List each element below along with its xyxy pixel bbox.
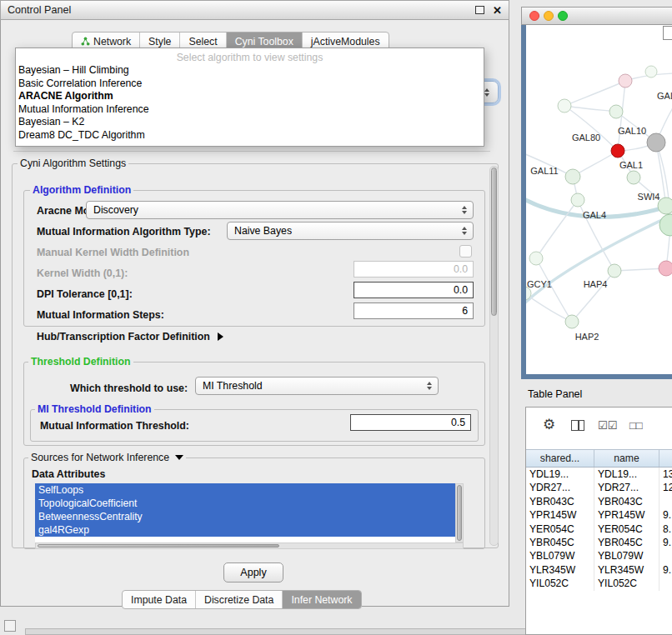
mi-type-combo[interactable]: Naive Bayes — [227, 222, 474, 240]
close-window-icon[interactable] — [529, 11, 539, 21]
table-cell[interactable]: 9. — [659, 536, 672, 549]
kernel-width-input[interactable] — [354, 261, 474, 278]
dropdown-item[interactable]: Mutual Information Inference — [16, 103, 484, 117]
tab-impute-data[interactable]: Impute Data — [123, 591, 196, 608]
which-threshold-combo[interactable]: MI Threshold — [195, 377, 439, 395]
network-node[interactable] — [659, 261, 672, 276]
network-node[interactable] — [645, 66, 657, 78]
table-cell[interactable]: YDR27... — [526, 481, 594, 494]
minimize-window-icon[interactable] — [544, 11, 554, 21]
table-row[interactable]: YBL079WYBL079W — [526, 549, 672, 562]
table-row[interactable]: YIL052CYIL052C — [526, 577, 672, 590]
settings-scrollbar-thumb[interactable] — [491, 168, 497, 316]
network-node[interactable] — [619, 74, 632, 88]
network-edge[interactable] — [564, 81, 625, 106]
network-node[interactable] — [558, 99, 571, 112]
close-panel-icon[interactable]: ✕ — [493, 5, 502, 16]
table-cell[interactable]: YDL19... — [526, 468, 594, 481]
network-node[interactable] — [611, 144, 624, 158]
network-node[interactable] — [608, 264, 621, 278]
tab-discretize-data[interactable]: Discretize Data — [196, 591, 283, 608]
collapsed-panel-icon[interactable] — [4, 620, 16, 632]
network-node[interactable] — [529, 252, 543, 265]
gear-icon[interactable]: ⚙ — [543, 418, 555, 432]
table-cell[interactable]: 9. — [659, 563, 672, 577]
mi-steps-input[interactable] — [354, 302, 474, 319]
column-header-extra[interactable] — [659, 450, 672, 467]
attribute-list-vscrollbar[interactable] — [455, 483, 464, 542]
apply-button[interactable]: Apply — [223, 562, 283, 582]
table-cell[interactable]: 8. — [659, 522, 672, 536]
network-node[interactable] — [627, 171, 640, 184]
network-node[interactable] — [609, 105, 623, 118]
table-cell[interactable] — [659, 577, 672, 590]
attribute-list-hscrollbar[interactable] — [35, 542, 464, 549]
aracne-mode-combo[interactable]: Discovery — [86, 201, 474, 219]
table-cell[interactable]: YDL19... — [594, 468, 659, 481]
network-edge[interactable] — [526, 212, 672, 308]
network-overview-toggle[interactable] — [663, 26, 672, 40]
dropdown-item[interactable]: Bayesian – K2 — [16, 116, 484, 129]
table-cell[interactable] — [659, 495, 672, 508]
table-cell[interactable] — [659, 549, 672, 562]
attribute-item-selected[interactable]: TopologicalCoefficient — [35, 497, 455, 510]
table-row[interactable]: YBR045CYBR045C9. — [526, 536, 672, 549]
table-row[interactable]: YLR345WYLR345W9. — [526, 563, 672, 577]
network-node[interactable] — [565, 315, 579, 328]
column-header-shared-name[interactable]: shared... — [526, 450, 594, 467]
attribute-list-hscroll-thumb[interactable] — [38, 544, 279, 548]
table-cell[interactable]: 13 — [659, 468, 672, 481]
tab-infer-network[interactable]: Infer Network — [283, 591, 360, 608]
table-cell[interactable]: YDR27... — [594, 481, 659, 494]
network-node[interactable] — [565, 169, 580, 184]
table-cell[interactable]: YBR043C — [526, 495, 594, 508]
network-canvas-area[interactable]: GAL80GAL10GAL11GAL1SWI4GAL4GCY1HAP4HAP2G… — [526, 25, 672, 374]
table-row[interactable]: YBR043CYBR043C — [526, 495, 672, 508]
select-all-checkboxes-icon[interactable]: ☑☑ — [598, 419, 617, 432]
deselect-all-checkboxes-icon[interactable]: □□ — [629, 419, 643, 432]
dropdown-item[interactable]: Bayesian – Hill Climbing — [16, 64, 484, 78]
attribute-item-selected[interactable]: gal4RGexp — [35, 523, 455, 537]
attribute-item-selected[interactable]: BetweennessCentrality — [35, 510, 455, 523]
sources-group-header[interactable]: Sources for Network Inference — [28, 452, 186, 463]
attribute-list[interactable]: SelfLoops TopologicalCoefficient Between… — [35, 483, 455, 542]
dropdown-item[interactable]: Dream8 DC_TDC Algorithm — [16, 129, 484, 142]
table-cell[interactable]: YER054C — [594, 522, 659, 536]
table-row[interactable]: YPR145WYPR145W9. — [526, 508, 672, 522]
settings-scrollbar[interactable] — [489, 166, 499, 546]
network-node[interactable] — [571, 193, 584, 207]
table-row[interactable]: YER054CYER054C8. — [526, 522, 672, 536]
table-cell[interactable]: 9. — [659, 508, 672, 522]
dpi-tolerance-input[interactable] — [354, 282, 474, 298]
table-cell[interactable]: YBR045C — [594, 536, 659, 549]
hub-section-header[interactable]: Hub/Transcription Factor Definition — [37, 331, 223, 342]
table-cell[interactable]: YBR045C — [526, 536, 594, 549]
manual-kernel-checkbox[interactable] — [459, 245, 472, 258]
dropdown-item-selected[interactable]: ARACNE Algorithm — [16, 90, 484, 103]
table-cell[interactable]: YPR145W — [526, 508, 594, 522]
network-canvas[interactable]: GAL80GAL10GAL11GAL1SWI4GAL4GCY1HAP4HAP2G… — [526, 25, 672, 374]
table-row[interactable]: YDR27...YDR27...12 — [526, 481, 672, 494]
table-cell[interactable]: YIL052C — [594, 577, 659, 590]
table-cell[interactable]: YIL052C — [526, 577, 594, 590]
table-cell[interactable]: 12 — [659, 481, 672, 494]
column-header-name[interactable]: name — [594, 450, 659, 467]
table-cell[interactable]: YLR345W — [594, 563, 659, 577]
table-cell[interactable]: YLR345W — [526, 563, 594, 577]
table-row[interactable]: YDL19...YDL19...13 — [526, 468, 672, 481]
float-window-icon[interactable] — [475, 6, 484, 14]
table-cell[interactable]: YPR145W — [594, 508, 659, 522]
mi-threshold-input[interactable] — [350, 414, 471, 431]
dropdown-item[interactable]: Basic Correlation Inference — [16, 78, 484, 91]
columns-icon[interactable] — [571, 420, 584, 431]
network-node[interactable] — [658, 198, 672, 214]
table-cell[interactable]: YBR043C — [594, 495, 659, 508]
network-node[interactable] — [659, 214, 672, 236]
zoom-window-icon[interactable] — [558, 11, 568, 21]
attribute-list-vscroll-thumb[interactable] — [457, 485, 462, 541]
network-node[interactable] — [647, 133, 665, 152]
table-cell[interactable]: YBL079W — [594, 549, 659, 562]
attribute-item-selected[interactable]: SelfLoops — [35, 483, 455, 497]
table-cell[interactable]: YBL079W — [526, 549, 594, 562]
table-cell[interactable]: YER054C — [526, 522, 594, 536]
